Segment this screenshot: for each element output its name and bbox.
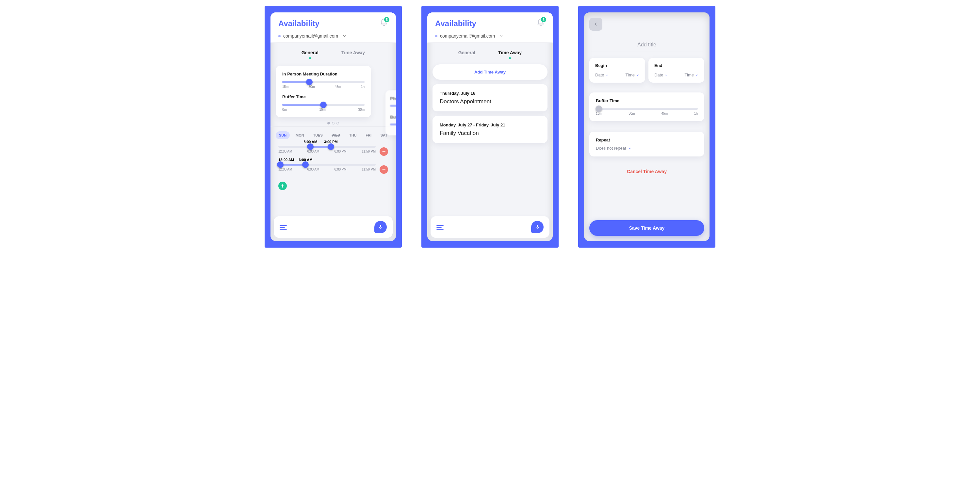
buffer-ticks: 15m 30m 45m 1h xyxy=(596,112,698,115)
buffer-card: Buffer Time 15m 30m 45m 1h xyxy=(589,92,704,121)
entry-date: Thursday, July 16 xyxy=(440,91,540,96)
device-frame-1: Availability 5 companyemail@gmail.com Ge… xyxy=(265,6,402,248)
content: General Time Away In Person Meeting Dura… xyxy=(270,43,396,216)
repeat-label: Repeat xyxy=(596,137,698,142)
tab-time-away[interactable]: Time Away xyxy=(498,50,522,60)
time-range-slider[interactable] xyxy=(278,146,375,148)
day-selector: SUN MON TUES WED THU FRI SAT xyxy=(270,127,396,140)
day-fri[interactable]: FRI xyxy=(362,131,375,139)
menu-button[interactable] xyxy=(280,225,287,230)
end-label: End xyxy=(654,63,698,68)
menu-button[interactable] xyxy=(436,225,444,230)
entry-title: Doctors Appointment xyxy=(440,98,540,105)
time-range-slider[interactable] xyxy=(278,164,375,165)
page-title: Availability xyxy=(278,19,320,28)
duration-slider[interactable] xyxy=(282,81,364,83)
tab-time-away[interactable]: Time Away xyxy=(341,50,365,60)
notification-badge: 5 xyxy=(541,17,546,22)
time-range-1: 8:00 AM 3:00 PM 12:00 AM 6:00 AM 6:00 PM xyxy=(278,142,388,161)
voice-button[interactable] xyxy=(374,221,387,233)
day-wed[interactable]: WED xyxy=(329,131,344,139)
duration-ticks: 15m 30m 45m 1h xyxy=(282,85,364,89)
notification-badge: 5 xyxy=(384,17,390,22)
slider-thumb[interactable] xyxy=(320,102,327,108)
slider-thumb[interactable] xyxy=(306,79,313,85)
repeat-select[interactable]: Does not repeat xyxy=(596,146,698,151)
day-sun[interactable]: SUN xyxy=(276,131,290,139)
chevron-down-icon xyxy=(665,73,668,77)
duration-card: In Person Meeting Duration 15m 30m 45m 1… xyxy=(276,66,371,117)
save-time-away-button[interactable]: Save Time Away xyxy=(589,220,704,236)
account-email: companyemail@gmail.com xyxy=(440,33,495,38)
buffer-title: Buffer Time xyxy=(282,94,364,99)
account-status-dot xyxy=(278,35,281,37)
header: Availability 5 companyemail@gmail.com xyxy=(427,13,553,43)
range-thumb-end[interactable] xyxy=(328,143,334,150)
page-title: Availability xyxy=(435,19,476,28)
svg-rect-1 xyxy=(537,228,538,229)
entry-title: Family Vacation xyxy=(440,130,540,137)
bottom-bar xyxy=(274,216,393,238)
next-card-peek[interactable]: Pho Buff xyxy=(385,90,396,135)
chevron-down-icon xyxy=(499,33,503,38)
end-date-select[interactable]: Date xyxy=(654,73,668,78)
screen-time-away-list: Availability 5 companyemail@gmail.com Ge… xyxy=(427,13,553,241)
day-thu[interactable]: THU xyxy=(346,131,360,139)
account-email: companyemail@gmail.com xyxy=(283,33,338,38)
chevron-down-icon xyxy=(342,33,347,38)
buffer-ticks: 0m 15m 30m xyxy=(282,108,364,111)
tabs: General Time Away xyxy=(427,43,553,60)
account-status-dot xyxy=(435,35,438,37)
account-selector[interactable]: companyemail@gmail.com xyxy=(435,33,545,38)
header xyxy=(584,13,710,36)
add-time-away-button[interactable]: Add Time Away xyxy=(433,64,547,80)
repeat-card: Repeat Does not repeat xyxy=(589,132,704,156)
begin-time-select[interactable]: Time xyxy=(625,73,639,78)
range-thumb-start[interactable] xyxy=(307,143,313,150)
voice-button[interactable] xyxy=(531,221,544,233)
add-range-button[interactable]: + xyxy=(278,181,287,190)
end-time-select[interactable]: Time xyxy=(685,73,698,78)
slider-thumb[interactable] xyxy=(595,105,602,112)
chevron-left-icon xyxy=(593,22,598,27)
svg-rect-0 xyxy=(380,228,380,229)
back-button[interactable] xyxy=(589,18,602,31)
cancel-time-away-link[interactable]: Cancel Time Away xyxy=(584,162,710,181)
duration-title: In Person Meeting Duration xyxy=(282,72,364,76)
time-range-2: 12:00 AM 6:00 AM 12:00 AM 6:00 AM 6:00 P… xyxy=(278,161,388,178)
time-away-entry[interactable]: Thursday, July 16 Doctors Appointment xyxy=(433,84,547,111)
chevron-down-icon xyxy=(605,73,609,77)
begin-date-select[interactable]: Date xyxy=(595,73,609,78)
account-selector[interactable]: companyemail@gmail.com xyxy=(278,33,388,38)
remove-range-button[interactable]: − xyxy=(380,147,388,156)
buffer-title: Buffer Time xyxy=(596,98,698,103)
notifications-button[interactable]: 5 xyxy=(536,18,545,29)
day-tues[interactable]: TUES xyxy=(310,131,326,139)
microphone-icon xyxy=(535,224,540,230)
buffer-slider[interactable] xyxy=(282,104,364,106)
content: General Time Away Add Time Away Thursday… xyxy=(427,43,553,216)
date-time-section: Begin Date Time End Date Time xyxy=(589,58,704,83)
end-card: End Date Time xyxy=(648,58,704,83)
time-away-entry[interactable]: Monday, July 27 - Friday, July 21 Family… xyxy=(433,116,547,143)
bottom-bar xyxy=(431,216,549,238)
range-thumb-start[interactable] xyxy=(277,161,283,168)
tab-general[interactable]: General xyxy=(302,50,318,60)
entry-date: Monday, July 27 - Friday, July 21 xyxy=(440,123,540,127)
microphone-icon xyxy=(378,224,383,230)
chevron-down-icon xyxy=(695,73,698,77)
notifications-button[interactable]: 5 xyxy=(380,18,388,29)
tab-general[interactable]: General xyxy=(458,50,475,60)
screen-edit-time-away: Add title Begin Date Time End Date Time … xyxy=(584,13,710,241)
begin-card: Begin Date Time xyxy=(589,58,645,83)
remove-range-button[interactable]: − xyxy=(380,165,388,174)
day-mon[interactable]: MON xyxy=(293,131,307,139)
title-input[interactable]: Add title xyxy=(590,36,703,52)
chevron-down-icon xyxy=(628,147,632,150)
range-thumb-end[interactable] xyxy=(302,161,309,168)
screen-general: Availability 5 companyemail@gmail.com Ge… xyxy=(270,13,396,241)
header: Availability 5 companyemail@gmail.com xyxy=(270,13,396,43)
device-frame-2: Availability 5 companyemail@gmail.com Ge… xyxy=(422,6,558,248)
pagination-dots[interactable] xyxy=(270,122,396,124)
buffer-slider[interactable] xyxy=(596,108,698,110)
